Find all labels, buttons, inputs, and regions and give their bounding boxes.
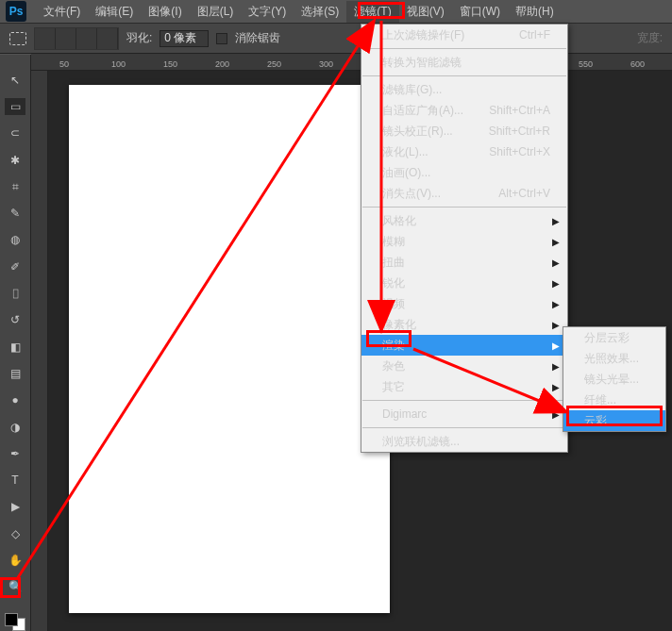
options-bar: 羽化: 消除锯齿 宽度: (0, 24, 672, 54)
app-logo: Ps (6, 1, 26, 22)
ruler-tick: 100 (111, 59, 126, 69)
menu-noise[interactable]: 杂色▶ (361, 356, 567, 376)
hand-tool[interactable]: ✋ (5, 552, 25, 568)
zoom-tool[interactable]: 🔍 (5, 579, 25, 595)
menu-bar: Ps 文件(F) 编辑(E) 图像(I) 图层(L) 文字(Y) 选择(S) 滤… (0, 0, 672, 24)
menu-vanishing-point[interactable]: 消失点(V)...Alt+Ctrl+V (361, 183, 567, 204)
crop-tool[interactable]: ⌗ (5, 178, 25, 194)
ruler-tick: 50 (59, 59, 69, 69)
menu-window[interactable]: 窗口(W) (452, 1, 508, 23)
menu-sharpen[interactable]: 锐化▶ (361, 273, 567, 293)
marquee-tool[interactable]: ▭ (5, 98, 25, 114)
eraser-tool[interactable]: ◧ (5, 339, 25, 355)
brush-tool[interactable]: ✐ (5, 258, 25, 274)
menu-lens-correction[interactable]: 镜头校正(R)...Shift+Ctrl+R (361, 121, 567, 141)
menu-filter[interactable]: 滤镜(T) (346, 1, 398, 23)
menu-image[interactable]: 图像(I) (141, 1, 189, 23)
ruler-tick: 250 (267, 59, 281, 69)
path-select-tool[interactable]: ▶ (5, 499, 25, 515)
feather-input[interactable] (160, 30, 209, 47)
menu-file[interactable]: 文件(F) (36, 1, 88, 23)
menu-distort[interactable]: 扭曲▶ (361, 252, 567, 273)
ruler-tick: 200 (215, 59, 229, 69)
blur-tool[interactable]: ● (5, 392, 25, 408)
type-tool[interactable]: T (5, 472, 25, 488)
menu-edit[interactable]: 编辑(E) (88, 1, 141, 23)
ruler-tick: 150 (163, 59, 177, 69)
clone-stamp-tool[interactable]: ⌷ (5, 285, 25, 301)
menu-adaptive-wide[interactable]: 自适应广角(A)...Shift+Ctrl+A (361, 100, 567, 121)
history-brush-tool[interactable]: ↺ (5, 312, 25, 328)
tool-preset-icon[interactable] (9, 32, 26, 45)
dodge-tool[interactable]: ◑ (5, 419, 25, 435)
menu-browse-online[interactable]: 浏览联机滤镜... (361, 431, 567, 452)
menu-blur[interactable]: 模糊▶ (361, 231, 567, 252)
menu-pixelate[interactable]: 像素化▶ (361, 314, 567, 335)
move-tool[interactable]: ↖ (5, 72, 25, 88)
menu-view[interactable]: 视图(V) (399, 1, 452, 23)
feather-label: 羽化: (126, 30, 152, 46)
menu-digimarc[interactable]: Digimarc▶ (361, 404, 567, 424)
ruler-tick: 300 (319, 59, 333, 69)
menu-select[interactable]: 选择(S) (294, 1, 346, 23)
menu-oil-paint[interactable]: 油画(O)... (361, 162, 567, 183)
submenu-fibers[interactable]: 纤维... (563, 390, 665, 410)
antialias-label: 消除锯齿 (235, 30, 280, 46)
menu-last-filter[interactable]: 上次滤镜操作(F)Ctrl+F (361, 25, 567, 45)
menu-other[interactable]: 其它▶ (361, 376, 567, 397)
submenu-lens-flare[interactable]: 镜头光晕... (563, 369, 665, 390)
width-label: 宽度: (637, 30, 663, 46)
menu-render[interactable]: 渲染▶ (361, 335, 567, 356)
color-swatches[interactable] (5, 613, 25, 631)
menu-help[interactable]: 帮助(H) (508, 1, 562, 23)
selection-mode-group[interactable] (34, 27, 119, 50)
foreground-swatch[interactable] (5, 613, 18, 626)
menu-liquify[interactable]: 液化(L)...Shift+Ctrl+X (361, 141, 567, 162)
menu-video[interactable]: 视频▶ (361, 293, 567, 314)
lasso-tool[interactable]: ⊂ (5, 125, 25, 141)
ruler-vertical (31, 71, 48, 631)
menu-filter-gallery[interactable]: 滤镜库(G)... (361, 79, 567, 100)
menu-stylize[interactable]: 风格化▶ (361, 210, 567, 231)
gradient-tool[interactable]: ▤ (5, 365, 25, 381)
document-canvas[interactable] (69, 85, 390, 613)
ruler-tick: 600 (630, 59, 645, 69)
antialias-checkbox[interactable] (216, 33, 227, 44)
pen-tool[interactable]: ✒ (5, 445, 25, 461)
menu-layer[interactable]: 图层(L) (190, 1, 242, 23)
toolbox: ↖▭⊂✱⌗✎◍✐⌷↺◧▤●◑✒T▶◇✋🔍 (0, 55, 31, 631)
eyedropper-tool[interactable]: ✎ (5, 205, 25, 221)
render-submenu: 分层云彩 光照效果... 镜头光晕... 纤维... 云彩 (563, 326, 666, 432)
submenu-difference-clouds[interactable]: 分层云彩 (563, 327, 665, 348)
shape-tool[interactable]: ◇ (5, 525, 25, 541)
ruler-horizontal: 50100150200250300350400450500550600 (31, 54, 672, 71)
spot-heal-tool[interactable]: ◍ (5, 232, 25, 248)
magic-wand-tool[interactable]: ✱ (5, 152, 25, 168)
ruler-tick: 550 (579, 59, 593, 69)
submenu-lighting-effects[interactable]: 光照效果... (563, 348, 665, 369)
menu-smart-filter[interactable]: 转换为智能滤镜 (361, 52, 567, 73)
submenu-clouds[interactable]: 云彩 (563, 410, 665, 431)
menu-type[interactable]: 文字(Y) (241, 1, 294, 23)
filter-menu-dropdown: 上次滤镜操作(F)Ctrl+F 转换为智能滤镜 滤镜库(G)... 自适应广角(… (361, 24, 568, 453)
